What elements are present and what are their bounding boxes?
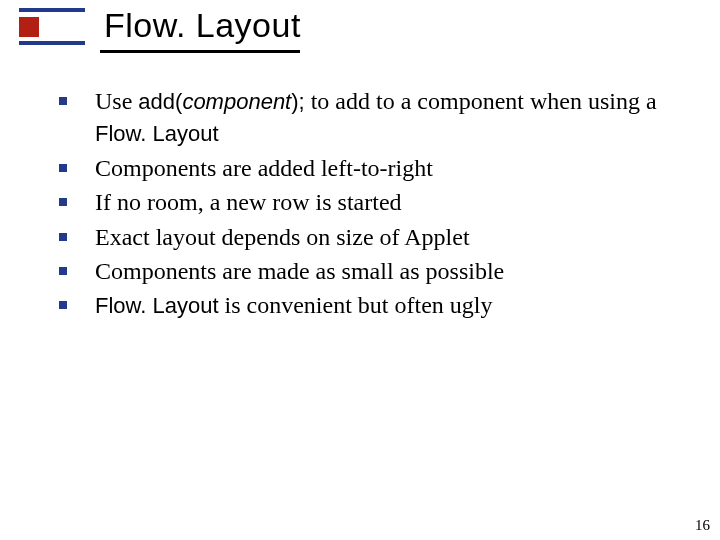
bullet-text: Components are made as small as possible bbox=[95, 258, 504, 284]
title-underline bbox=[100, 50, 300, 53]
bullet-text: If no room, a new row is started bbox=[95, 189, 402, 215]
ornament-bar-top bbox=[19, 8, 85, 12]
bullet-item: Use add(component); to add to a componen… bbox=[55, 85, 675, 150]
bullet-icon bbox=[59, 301, 67, 309]
bullet-item: Exact layout depends on size of Applet bbox=[55, 221, 675, 253]
code-fragment: ); bbox=[291, 89, 304, 114]
bullet-item: If no room, a new row is started bbox=[55, 186, 675, 218]
ornament-bar-bottom bbox=[19, 41, 85, 45]
bullet-icon bbox=[59, 233, 67, 241]
bullet-text: Use bbox=[95, 88, 138, 114]
class-name: Flow. Layout bbox=[95, 293, 219, 318]
page-number: 16 bbox=[695, 517, 710, 534]
bullet-text: Exact layout depends on size of Applet bbox=[95, 224, 470, 250]
bullet-icon bbox=[59, 97, 67, 105]
class-name: Flow. Layout bbox=[95, 121, 219, 146]
bullet-item: Components are added left-to-right bbox=[55, 152, 675, 184]
slide-title: Flow. Layout bbox=[104, 6, 301, 45]
ornament-red-square bbox=[19, 17, 39, 37]
bullet-text: to add to a component when using a bbox=[305, 88, 657, 114]
title-ornament bbox=[19, 8, 85, 44]
bullet-text: Components are added left-to-right bbox=[95, 155, 433, 181]
bullet-item: Flow. Layout is convenient but often ugl… bbox=[55, 289, 675, 321]
bullet-icon bbox=[59, 164, 67, 172]
bullet-list: Use add(component); to add to a componen… bbox=[55, 85, 675, 324]
bullet-item: Components are made as small as possible bbox=[55, 255, 675, 287]
code-param: component bbox=[182, 89, 291, 114]
code-fragment: add( bbox=[138, 89, 182, 114]
bullet-text: is convenient but often ugly bbox=[219, 292, 493, 318]
bullet-icon bbox=[59, 198, 67, 206]
bullet-icon bbox=[59, 267, 67, 275]
